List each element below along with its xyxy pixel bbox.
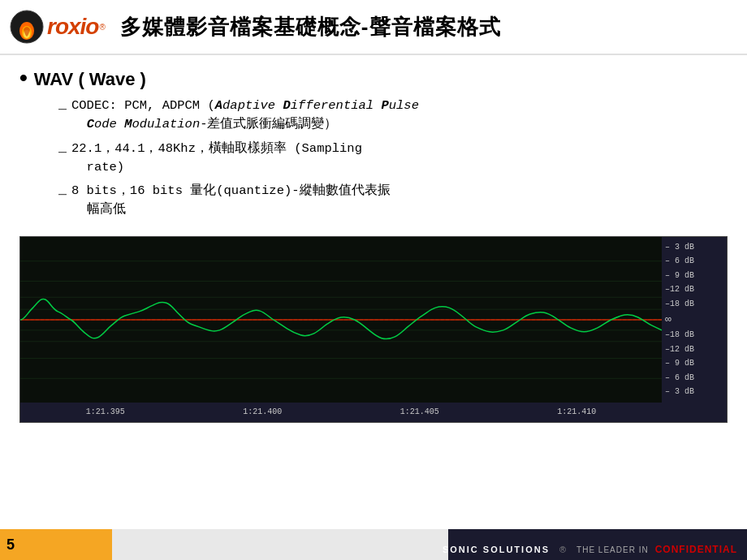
db-label: – 9 dB: [665, 271, 723, 280]
dash-icon: –: [58, 183, 67, 205]
footer: 5 SONIC SOLUTIONS ® THE LEADER IN CONFID…: [0, 529, 747, 560]
sampling-text: 22.1，44.1，48Khz，橫軸取樣頻率 (Sampling rate): [71, 140, 728, 178]
time-label: 1:21.410: [557, 407, 596, 416]
footer-brand: SONIC SOLUTIONS ® THE LEADER IN CONFIDEN…: [443, 544, 737, 555]
db-label: – 3 dB: [665, 243, 723, 252]
db-label: –12 dB: [665, 345, 723, 354]
time-label: 1:21.400: [243, 407, 282, 416]
confidential-label: CONFIDENTIAL: [655, 544, 737, 555]
roxio-logo-text: roxio: [47, 14, 98, 40]
logo-area: roxio®: [10, 10, 106, 44]
time-labels: 1:21.395 1:21.400 1:21.405 1:21.410: [20, 403, 662, 422]
bits-text: 8 bits，16 bits 量化(quantize)-縱軸數值代表振 幅高低: [71, 182, 728, 220]
dash-icon: –: [58, 97, 67, 119]
main-content: • WAV ( Wave ) – CODEC: PCM, ADPCM (Adap…: [0, 55, 747, 230]
list-item: – 22.1，44.1，48Khz，橫軸取樣頻率 (Sampling rate): [58, 140, 728, 178]
db-label: – 9 dB: [665, 359, 723, 368]
time-label: 1:21.405: [400, 407, 439, 416]
db-label: – 6 dB: [665, 256, 723, 265]
db-label: –18 dB: [665, 330, 723, 339]
sub-list: – CODEC: PCM, ADPCM (Adaptive Differenti…: [58, 97, 728, 220]
footer-tagline: THE LEADER IN: [576, 545, 649, 554]
waveform-chart: – 3 dB – 6 dB – 9 dB –12 dB –18 dB ∞ –18…: [19, 236, 728, 423]
roxio-logo-icon: [10, 10, 44, 44]
list-item: – 8 bits，16 bits 量化(quantize)-縱軸數值代表振 幅高…: [58, 182, 728, 220]
main-bullet-wav: • WAV ( Wave ): [19, 67, 728, 90]
codec-text: CODEC: PCM, ADPCM (Adaptive Differential…: [71, 97, 728, 135]
page-title: 多媒體影音檔案基礎概念-聲音檔案格式: [120, 13, 501, 41]
sonic-solutions-text: SONIC SOLUTIONS: [443, 545, 550, 554]
dash-icon: –: [58, 140, 67, 162]
page-number: 5: [6, 536, 15, 554]
footer-divider: ®: [559, 545, 567, 554]
db-label: – 6 dB: [665, 373, 723, 382]
list-item: – CODEC: PCM, ADPCM (Adaptive Differenti…: [58, 97, 728, 135]
time-label: 1:21.395: [86, 407, 125, 416]
header: roxio® 多媒體影音檔案基礎概念-聲音檔案格式: [0, 0, 747, 55]
db-label: – 3 dB: [665, 387, 723, 396]
bullet-dot: •: [19, 67, 28, 89]
db-labels-right: – 3 dB – 6 dB – 9 dB –12 dB –18 dB ∞ –18…: [662, 237, 727, 403]
wav-label: WAV ( Wave ): [34, 69, 146, 90]
infinity-label: ∞: [665, 313, 723, 325]
waveform-svg: [20, 237, 662, 403]
db-label: –18 dB: [665, 299, 723, 308]
db-label: –12 dB: [665, 285, 723, 294]
